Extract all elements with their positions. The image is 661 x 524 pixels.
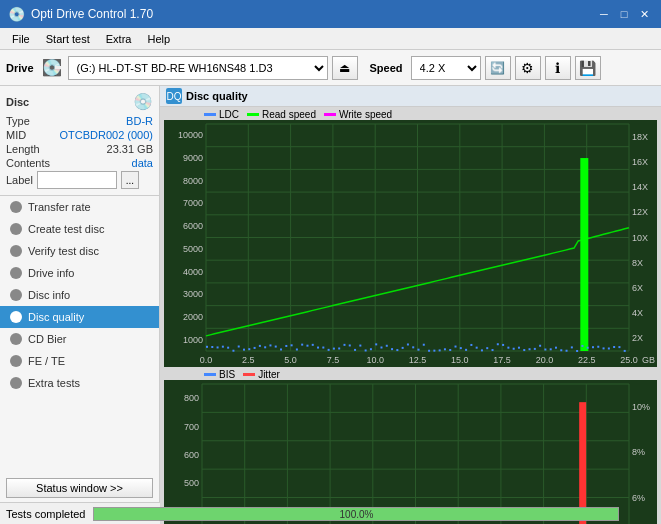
bis-color (204, 373, 216, 376)
minimize-button[interactable]: ─ (595, 5, 613, 23)
disc-quality-title: Disc quality (186, 90, 248, 102)
verify-test-disc-icon (10, 245, 22, 257)
legend-write-speed: Write speed (324, 109, 392, 120)
menu-help[interactable]: Help (139, 31, 178, 47)
fe-te-icon (10, 355, 22, 367)
drive-label: Drive (6, 62, 34, 74)
disc-quality-header: DQ Disc quality (160, 86, 661, 107)
sidebar-item-disc-info[interactable]: Disc info (0, 284, 159, 306)
disc-panel: Disc 💿 Type BD-R MID OTCBDR002 (000) Len… (0, 86, 159, 196)
legend-bis: BIS (204, 369, 235, 380)
eject-button[interactable]: ⏏ (332, 56, 358, 80)
title-bar: 💿 Opti Drive Control 1.70 ─ □ ✕ (0, 0, 661, 28)
disc-mid-row: MID OTCBDR002 (000) (6, 129, 153, 141)
create-test-disc-icon (10, 223, 22, 235)
menu-bar: File Start test Extra Help (0, 28, 661, 50)
refresh-button[interactable]: 🔄 (485, 56, 511, 80)
disc-type-row: Type BD-R (6, 115, 153, 127)
sidebar-item-transfer-rate[interactable]: Transfer rate (0, 196, 159, 218)
legend-jitter: Jitter (243, 369, 280, 380)
disc-mid-label: MID (6, 129, 26, 141)
disc-label-input[interactable] (37, 171, 117, 189)
sidebar-item-drive-info[interactable]: Drive info (0, 262, 159, 284)
maximize-button[interactable]: □ (615, 5, 633, 23)
disc-contents-row: Contents data (6, 157, 153, 169)
app-title: Opti Drive Control 1.70 (31, 7, 153, 21)
disc-info-icon (10, 289, 22, 301)
close-button[interactable]: ✕ (635, 5, 653, 23)
menu-extra[interactable]: Extra (98, 31, 140, 47)
disc-contents-label: Contents (6, 157, 50, 169)
sidebar-item-disc-quality[interactable]: Disc quality (0, 306, 159, 328)
save-button[interactable]: 💾 (575, 56, 601, 80)
title-bar-left: 💿 Opti Drive Control 1.70 (8, 6, 153, 22)
main-area: Disc 💿 Type BD-R MID OTCBDR002 (000) Len… (0, 86, 661, 502)
sidebar-item-cd-bier[interactable]: CD Bier (0, 328, 159, 350)
disc-length-row: Length 23.31 GB (6, 143, 153, 155)
chart2-container: BIS Jitter (164, 369, 657, 524)
chart1 (164, 120, 657, 367)
disc-type-label: Type (6, 115, 30, 127)
cd-bier-icon (10, 333, 22, 345)
disc-quality-icon-header: DQ (166, 88, 182, 104)
drive-select[interactable]: (G:) HL-DT-ST BD-RE WH16NS48 1.D3 (68, 56, 328, 80)
window-controls: ─ □ ✕ (595, 5, 653, 23)
disc-length-value: 23.31 GB (107, 143, 153, 155)
drive-info-icon (10, 267, 22, 279)
nav-items: Transfer rate Create test disc Verify te… (0, 196, 159, 474)
read-speed-color (247, 113, 259, 116)
legend-read-speed: Read speed (247, 109, 316, 120)
write-speed-color (324, 113, 336, 116)
menu-file[interactable]: File (4, 31, 38, 47)
disc-quality-icon (10, 311, 22, 323)
sidebar: Disc 💿 Type BD-R MID OTCBDR002 (000) Len… (0, 86, 160, 502)
disc-label-label: Label (6, 174, 33, 186)
content-area: DQ Disc quality LDC Read speed (160, 86, 661, 502)
disc-section-title: Disc (6, 96, 29, 108)
label-browse-button[interactable]: ... (121, 171, 139, 189)
jitter-color (243, 373, 255, 376)
info-button[interactable]: ℹ (545, 56, 571, 80)
disc-icon: 💿 (133, 92, 153, 111)
legend-ldc: LDC (204, 109, 239, 120)
extra-tests-icon (10, 377, 22, 389)
disc-length-label: Length (6, 143, 40, 155)
transfer-rate-icon (10, 201, 22, 213)
sidebar-item-extra-tests[interactable]: Extra tests (0, 372, 159, 394)
status-text: Tests completed (6, 508, 85, 520)
chart2-legend: BIS Jitter (204, 369, 657, 380)
sidebar-item-verify-test-disc[interactable]: Verify test disc (0, 240, 159, 262)
progress-bar: 100.0% (93, 507, 619, 521)
disc-contents-value: data (132, 157, 153, 169)
sidebar-item-fe-te[interactable]: FE / TE (0, 350, 159, 372)
chart1-legend: LDC Read speed Write speed (204, 109, 657, 120)
toolbar: Drive 💽 (G:) HL-DT-ST BD-RE WH16NS48 1.D… (0, 50, 661, 86)
disc-label-row: Label ... (6, 171, 153, 189)
chart2 (164, 380, 657, 524)
progress-text: 100.0% (340, 508, 374, 519)
menu-start-test[interactable]: Start test (38, 31, 98, 47)
speed-label: Speed (370, 62, 403, 74)
ldc-color (204, 113, 216, 116)
disc-type-value: BD-R (126, 115, 153, 127)
status-window-button[interactable]: Status window >> (6, 478, 153, 498)
sidebar-item-create-test-disc[interactable]: Create test disc (0, 218, 159, 240)
disc-mid-value: OTCBDR002 (000) (59, 129, 153, 141)
speed-select[interactable]: 4.2 X (411, 56, 481, 80)
settings-button[interactable]: ⚙ (515, 56, 541, 80)
chart1-container: LDC Read speed Write speed (164, 109, 657, 367)
